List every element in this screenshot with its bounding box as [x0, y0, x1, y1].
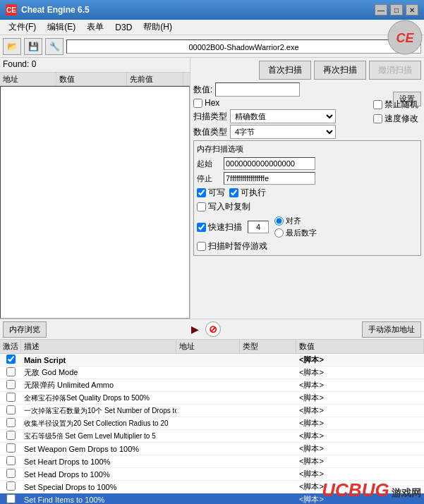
row-checkbox[interactable] — [6, 443, 16, 453]
value-type-label: 数值类型 — [193, 126, 227, 138]
ct-heart-drops-cell: Set Heart Drops to 100% — [21, 457, 176, 467]
found-count: Found: 0 — [0, 58, 190, 72]
scan-options-box: 内存扫描选项 起始 停止 可写 可执行 — [193, 140, 421, 256]
stop-row: 停止 — [197, 172, 418, 185]
fast-scan-label: 快速扫描 — [197, 221, 242, 233]
row-checkbox[interactable] — [6, 494, 16, 503]
ct-header-address: 地址 — [176, 340, 240, 353]
ce-logo: CE — [387, 20, 423, 55]
ct-desc-cell: 无敌 God Mode — [21, 367, 176, 379]
open-process-button[interactable]: 💾 — [24, 38, 42, 55]
ct-desc-cell: Set Weapon Gem Drops to 100% — [21, 444, 176, 454]
table-row-selected[interactable]: Set Find Items to 100% <脚本> — [0, 493, 424, 504]
pause-game-row: 扫描时暂停游戏 — [197, 240, 418, 252]
align-radio-label: 对齐 — [274, 216, 317, 226]
ct-value-cell: <脚本> — [296, 354, 424, 366]
start-label: 起始 — [197, 159, 218, 169]
scan-type-label: 扫描类型 — [193, 111, 227, 123]
value-type-row: 数值类型 4字节 — [193, 125, 421, 139]
table-row[interactable]: Set Heart Drops to 100% <脚本> — [0, 455, 424, 468]
cancel-scan-button[interactable]: 撤消扫描 — [369, 61, 421, 80]
row-checkbox[interactable] — [6, 393, 16, 402]
value-input[interactable] — [215, 82, 300, 97]
speed-modify-checkbox[interactable] — [373, 114, 382, 123]
ct-find-items-cell: Set Find Items to 100% — [21, 495, 176, 505]
memory-browse-button[interactable]: 内存浏览 — [3, 321, 47, 338]
copy-on-write-checkbox[interactable] — [197, 202, 206, 211]
row-checkbox[interactable] — [6, 405, 16, 414]
table-row[interactable]: Set Special Drops to 100% <脚本> — [0, 481, 424, 493]
align-radio-group: 对齐 最后数字 — [274, 216, 317, 238]
align-radio[interactable] — [274, 216, 284, 226]
ct-desc-cell: 宝石等级5倍 Set Gem Level Multiplier to 5 — [21, 431, 176, 442]
table-row[interactable]: Set Head Drops to 100% <脚本> — [0, 468, 424, 481]
row-checkbox[interactable] — [6, 355, 16, 364]
value-type-select[interactable]: 4字节 — [230, 125, 336, 139]
last-number-radio[interactable] — [274, 228, 284, 238]
table-row[interactable]: 宝石等级5倍 Set Gem Level Multiplier to 5 <脚本… — [0, 430, 424, 443]
table-row[interactable]: 无限弹药 Unlimited Ammo <脚本> — [0, 379, 424, 392]
save-button[interactable]: 🔧 — [45, 38, 63, 55]
maximize-button[interactable]: □ — [390, 4, 403, 16]
table-row[interactable]: 全稀宝石掉落Set Quality Drops to 500% <脚本> — [0, 392, 424, 405]
app-title: Cheat Engine 6.5 — [21, 5, 375, 15]
menu-table[interactable]: 表单 — [81, 20, 109, 35]
start-input[interactable] — [224, 157, 315, 170]
row-checkbox[interactable] — [6, 418, 16, 427]
ct-address-cell — [176, 359, 240, 361]
address-list[interactable] — [0, 86, 190, 319]
process-name[interactable]: 00002B00-ShadowWarrior2.exe — [66, 39, 421, 54]
row-checkbox[interactable] — [6, 481, 16, 491]
menu-edit[interactable]: 编辑(E) — [42, 20, 81, 35]
table-row[interactable]: 无敌 God Mode <脚本> — [0, 367, 424, 379]
scan-buttons-row: 首次扫描 再次扫描 撤消扫描 — [193, 61, 421, 80]
ct-active-cell — [0, 354, 21, 366]
row-checkbox[interactable] — [6, 456, 16, 465]
row-checkbox[interactable] — [6, 469, 16, 478]
hex-checkbox[interactable] — [193, 99, 202, 108]
header-address: 地址 — [0, 73, 56, 85]
scan-options-title: 内存扫描选项 — [197, 144, 418, 154]
manual-add-button[interactable]: 手动添加地址 — [362, 321, 421, 338]
ct-desc-cell: 收集半径设置为20 Set Collection Radius to 20 — [21, 418, 176, 429]
title-bar: CE Cheat Engine 6.5 — □ ✕ — [0, 0, 424, 20]
svg-text:CE: CE — [396, 31, 414, 45]
disable-random-checkbox[interactable] — [373, 100, 382, 109]
table-row[interactable]: Set Weapon Gem Drops to 100% <脚本> — [0, 443, 424, 455]
table-row[interactable]: 收集半径设置为20 Set Collection Radius to 20 <脚… — [0, 417, 424, 430]
scan-type-select[interactable]: 精确数值 — [230, 109, 336, 123]
table-row[interactable]: 一次掉落宝石数量为10个 Set Number of Drops to 10 <… — [0, 405, 424, 417]
memory-checks: 可写 可执行 — [197, 187, 418, 199]
minimize-button[interactable]: — — [375, 4, 387, 16]
app-icon: CE — [6, 4, 17, 16]
first-scan-button[interactable]: 首次扫描 — [259, 61, 311, 80]
row-checkbox[interactable] — [6, 431, 16, 440]
menu-d3d[interactable]: D3D — [109, 21, 138, 34]
menu-bar: 文件(F) 编辑(E) 表单 D3D 帮助(H) — [0, 20, 424, 35]
fast-scan-value-input[interactable] — [248, 221, 269, 233]
open-file-button[interactable]: 📂 — [3, 38, 21, 55]
fast-scan-checkbox[interactable] — [197, 223, 206, 232]
cheat-table-section: 激活 描述 地址 类型 数值 Main Script <脚本> 无敌 God M… — [0, 340, 424, 504]
close-button[interactable]: ✕ — [406, 4, 418, 16]
no-entry-icon: ⊘ — [205, 321, 221, 337]
next-scan-button[interactable]: 再次扫描 — [314, 61, 366, 80]
menu-help[interactable]: 帮助(H) — [138, 20, 178, 35]
last-number-radio-label: 最后数字 — [274, 228, 317, 238]
menu-file[interactable]: 文件(F) — [3, 20, 42, 35]
row-checkbox[interactable] — [6, 380, 16, 389]
right-panel: 首次扫描 再次扫描 撤消扫描 设置 数值: Hex 扫描类型 精确数值 — [190, 58, 424, 319]
left-panel: Found: 0 地址 数值 先前值 — [0, 58, 190, 319]
toolbar: 📂 💾 🔧 00002B00-ShadowWarrior2.exe CE — [0, 35, 424, 58]
right-side-checks: 禁止随机 速度修改 — [373, 99, 418, 125]
ct-desc-cell: 全稀宝石掉落Set Quality Drops to 500% — [21, 393, 176, 404]
writeable-checkbox[interactable] — [197, 188, 206, 197]
stop-input[interactable] — [224, 172, 315, 185]
executable-label: 可执行 — [229, 187, 266, 199]
table-row[interactable]: Main Script <脚本> — [0, 354, 424, 367]
row-checkbox[interactable] — [6, 367, 16, 376]
executable-checkbox[interactable] — [229, 188, 238, 197]
main-area: Found: 0 地址 数值 先前值 首次扫描 再次扫描 撤消扫描 设置 数值: — [0, 58, 424, 504]
pause-game-checkbox[interactable] — [197, 242, 206, 251]
cheat-table-body[interactable]: Main Script <脚本> 无敌 God Mode <脚本> 无限弹药 U… — [0, 354, 424, 504]
